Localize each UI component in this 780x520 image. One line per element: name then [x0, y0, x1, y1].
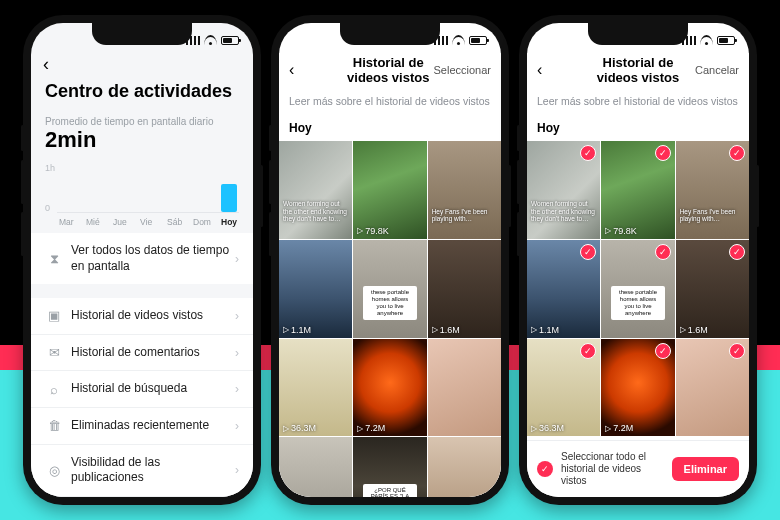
video-thumb[interactable]: Women forming out the other end knowing … — [527, 141, 600, 239]
wifi-icon — [700, 35, 713, 45]
delete-button[interactable]: Eliminar — [672, 457, 739, 481]
view-count: 1.6M — [680, 325, 708, 335]
select-all-checkbox[interactable]: ✓ — [537, 461, 553, 477]
row-post-visibility[interactable]: ◎Visibilidad de las publicaciones› — [31, 444, 253, 496]
comment-icon: ✉ — [45, 345, 63, 360]
day-label: Hoy — [221, 217, 237, 227]
selected-check-icon[interactable]: ✓ — [729, 343, 745, 359]
selected-check-icon[interactable]: ✓ — [580, 343, 596, 359]
video-thumb[interactable]: ✓ — [676, 339, 749, 437]
selected-check-icon[interactable]: ✓ — [729, 145, 745, 161]
view-count: 1.1M — [283, 325, 311, 335]
view-count: 36.3M — [283, 423, 316, 433]
selected-check-icon[interactable]: ✓ — [729, 244, 745, 260]
row-all-screen-time[interactable]: ⧗ Ver todos los datos de tiempo en panta… — [31, 233, 253, 284]
phone-activity-center: ‹ Centro de actividades Promedio de tiem… — [23, 15, 261, 505]
row-label: Ver todos los datos de tiempo en pantall… — [71, 243, 235, 274]
row-comment-history[interactable]: ✉Historial de comentarios› — [31, 334, 253, 371]
select-button[interactable]: Seleccionar — [434, 64, 491, 76]
thumb-caption: Women forming out the other end knowing … — [531, 200, 596, 222]
learn-more-link[interactable]: Leer más sobre el historial de videos vi… — [279, 91, 501, 115]
row-label: Historial de videos vistos — [71, 308, 235, 324]
trash-icon: 🗑 — [45, 418, 63, 433]
video-thumb[interactable]: 79.8K — [353, 141, 426, 239]
learn-more-link[interactable]: Leer más sobre el historial de videos vi… — [527, 91, 749, 115]
row-associated-videos[interactable]: ⊕Administrar los videos asociados› — [31, 496, 253, 497]
chevron-right-icon: › — [235, 309, 239, 323]
video-thumb[interactable]: 1.6M — [428, 240, 501, 338]
selected-check-icon[interactable]: ✓ — [655, 244, 671, 260]
phone-history-browse: ‹ Historial de videos vistos Seleccionar… — [271, 15, 509, 505]
video-thumb[interactable]: 79.8K✓ — [601, 141, 674, 239]
view-count: 36.3M — [531, 423, 564, 433]
view-count: 1.1M — [531, 325, 559, 335]
eye-icon: ◎ — [45, 463, 63, 478]
search-icon: ⌕ — [45, 382, 63, 397]
video-thumb[interactable]: 36.3M — [279, 339, 352, 437]
video-grid: Women forming out the other end knowing … — [527, 141, 749, 436]
battery-icon — [469, 36, 487, 45]
row-label: Historial de búsqueda — [71, 381, 235, 397]
avg-label: Promedio de tiempo en pantalla diario — [31, 112, 253, 127]
thumb-caption: Hey Fans I've been playing with… — [680, 208, 745, 223]
video-thumb[interactable]: 1.6M✓ — [676, 240, 749, 338]
video-thumb[interactable]: ¿POR QUÉ PARÍS ES "LA CIUDAD DE LA LUZ"? — [353, 437, 426, 497]
view-count: 79.8K — [605, 226, 637, 236]
hourglass-icon: ⧗ — [45, 251, 63, 267]
video-thumb[interactable] — [279, 437, 352, 497]
chevron-right-icon: › — [235, 382, 239, 396]
y-top: 1h — [45, 163, 55, 173]
cancel-button[interactable]: Cancelar — [685, 64, 739, 76]
chart-bar-today — [221, 184, 237, 212]
thumb-caption: ¿POR QUÉ PARÍS ES "LA CIUDAD DE LA LUZ"? — [363, 484, 416, 497]
view-count: 79.8K — [357, 226, 389, 236]
back-button[interactable]: ‹ — [289, 61, 343, 79]
day-label: Sáb — [167, 217, 182, 227]
back-button[interactable]: ‹ — [537, 61, 591, 79]
selected-check-icon[interactable]: ✓ — [655, 145, 671, 161]
video-thumb[interactable]: 7.2M — [353, 339, 426, 437]
row-recently-deleted[interactable]: 🗑Eliminadas recientemente› — [31, 407, 253, 444]
video-thumb[interactable]: these portable homes allows you to live … — [601, 240, 674, 338]
video-thumb[interactable]: Women forming out the other end knowing … — [279, 141, 352, 239]
chevron-right-icon: › — [235, 463, 239, 477]
video-thumb[interactable]: 1.1M — [279, 240, 352, 338]
day-label: Dom — [193, 217, 211, 227]
row-video-history[interactable]: ▣Historial de videos vistos› — [31, 298, 253, 334]
page-title: Historial de videos vistos — [343, 55, 434, 85]
day-heading: Hoy — [527, 115, 749, 141]
video-thumb[interactable]: Hey Fans I've been playing with… — [428, 141, 501, 239]
chevron-right-icon: › — [235, 346, 239, 360]
video-thumb[interactable]: 7.2M✓ — [601, 339, 674, 437]
row-label: Eliminadas recientemente — [71, 418, 235, 434]
wifi-icon — [204, 35, 217, 45]
thumb-caption: Women forming out the other end knowing … — [283, 200, 348, 222]
video-thumb[interactable] — [428, 437, 501, 497]
selection-footer: ✓ Seleccionar todo el historial de video… — [527, 440, 749, 497]
view-count: 7.2M — [357, 423, 385, 433]
day-label: Mié — [86, 217, 100, 227]
screen-time-chart: 1h 0 Mar Mié Jue Vie Sáb Dom Hoy — [45, 163, 239, 227]
video-grid: Women forming out the other end knowing … — [279, 141, 501, 497]
notch — [340, 23, 440, 45]
day-label: Mar — [59, 217, 74, 227]
chevron-right-icon: › — [235, 252, 239, 266]
day-label: Jue — [113, 217, 127, 227]
play-icon: ▣ — [45, 308, 63, 323]
phone-history-select: ‹ Historial de videos vistos Cancelar Le… — [519, 15, 757, 505]
video-thumb[interactable]: 36.3M✓ — [527, 339, 600, 437]
page-title: Historial de videos vistos — [591, 55, 685, 85]
video-thumb[interactable]: Hey Fans I've been playing with…✓ — [676, 141, 749, 239]
thumb-caption: these portable homes allows you to live … — [611, 286, 664, 320]
selected-check-icon[interactable]: ✓ — [580, 244, 596, 260]
wifi-icon — [452, 35, 465, 45]
day-label: Vie — [140, 217, 152, 227]
select-all-label: Seleccionar todo el historial de videos … — [561, 451, 664, 487]
row-label: Visibilidad de las publicaciones — [71, 455, 235, 486]
row-search-history[interactable]: ⌕Historial de búsqueda› — [31, 370, 253, 407]
video-thumb[interactable]: these portable homes allows you to live … — [353, 240, 426, 338]
back-button[interactable]: ‹ — [43, 55, 49, 73]
video-thumb[interactable]: 1.1M✓ — [527, 240, 600, 338]
video-thumb[interactable] — [428, 339, 501, 437]
selected-check-icon[interactable]: ✓ — [655, 343, 671, 359]
